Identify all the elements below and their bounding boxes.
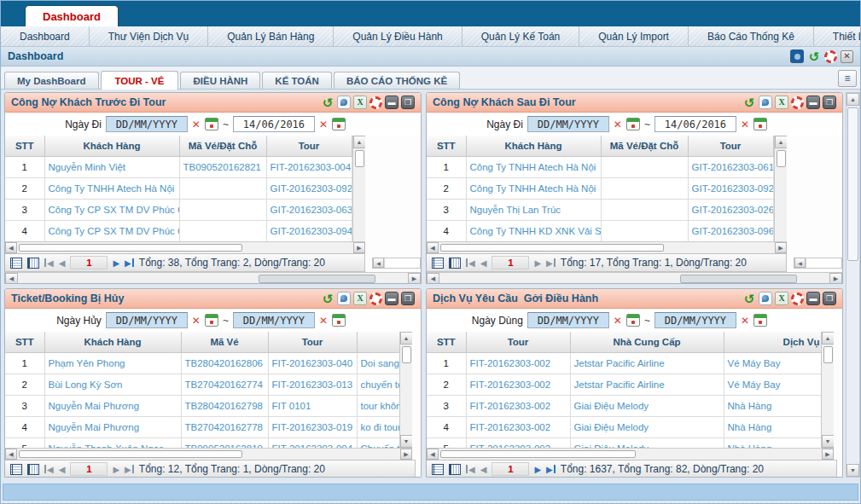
help-icon[interactable] bbox=[824, 50, 837, 63]
data-cell[interactable]: ko đi tour bbox=[357, 416, 399, 437]
prev-page-button[interactable]: ◀ bbox=[59, 258, 66, 268]
table-row[interactable]: 3FIT-20162303-002Giai Điệu MelodyNhà Hàn… bbox=[427, 395, 821, 416]
maximize-button[interactable]: ❒ bbox=[401, 292, 415, 305]
scroll-left-icon[interactable]: ◀ bbox=[5, 242, 17, 253]
last-page-button[interactable]: ▶ bbox=[125, 258, 134, 268]
data-cell[interactable]: Nhà Hàng bbox=[724, 437, 821, 448]
column-header[interactable]: Tour bbox=[466, 332, 570, 352]
scrollbar-track[interactable] bbox=[384, 258, 420, 268]
clear-date-icon[interactable]: ✕ bbox=[192, 315, 201, 327]
grid-columns-icon[interactable] bbox=[27, 258, 39, 269]
data-cell[interactable]: Nguyễn Thanh Xuân Ngọc bbox=[44, 437, 181, 448]
data-cell[interactable]: FIT-20162303-002 bbox=[466, 395, 570, 416]
table-row[interactable]: 1Nguyễn Minh ViệtTB090520162821FIT-20162… bbox=[5, 156, 352, 177]
data-cell[interactable]: Nguyễn Minh Việt bbox=[44, 156, 179, 177]
prev-page-button[interactable]: ◀ bbox=[480, 465, 487, 474]
last-page-button[interactable]: ▶ bbox=[125, 465, 134, 474]
view-icon[interactable] bbox=[337, 96, 351, 109]
current-page[interactable]: 1 bbox=[70, 256, 108, 269]
tab-bao-cao-thong-ke[interactable]: BÁO CÁO THỐNG KÊ bbox=[334, 72, 460, 89]
refresh-icon[interactable]: ↺ bbox=[321, 292, 335, 305]
column-header[interactable]: Tour bbox=[266, 136, 352, 156]
data-cell[interactable]: FIT-20162303-040 bbox=[268, 352, 357, 374]
panel-horizontal-scrollbar[interactable]: ◀ ▶ bbox=[5, 272, 421, 284]
date-to-input[interactable] bbox=[233, 312, 315, 328]
column-header[interactable]: Khách Hàng bbox=[466, 136, 601, 156]
minimize-button[interactable]: ▬ bbox=[806, 292, 820, 305]
data-cell[interactable]: Jetstar Pacific Airline bbox=[570, 374, 724, 395]
calendar-icon[interactable] bbox=[332, 314, 346, 327]
first-page-button[interactable]: ◀ bbox=[44, 258, 54, 268]
data-cell[interactable]: Chuyến tou bbox=[357, 437, 399, 448]
scroll-right-icon[interactable]: ▶ bbox=[400, 449, 412, 460]
scroll-up-icon[interactable]: ▲ bbox=[846, 93, 859, 106]
data-cell[interactable]: TB090520162819 bbox=[181, 437, 268, 448]
table-row[interactable]: 2Bùi Long Kỳ SơnTB270420162774FIT-201623… bbox=[5, 374, 399, 395]
data-cell[interactable]: FIT-20162303-019 bbox=[268, 416, 357, 437]
clear-date-icon[interactable]: ✕ bbox=[319, 119, 328, 130]
table-row[interactable]: 2FIT-20162303-002Jetstar Pacific Airline… bbox=[427, 374, 821, 395]
column-header[interactable]: STT bbox=[5, 332, 44, 352]
table-row[interactable]: 4FIT-20162303-002Giai Điệu MelodyNhà Hàn… bbox=[427, 416, 821, 437]
clear-date-icon[interactable]: ✕ bbox=[614, 315, 622, 327]
scroll-left-icon[interactable]: ◀ bbox=[427, 449, 439, 460]
grid-columns-icon[interactable] bbox=[449, 258, 461, 269]
table-row[interactable]: 5Nguyễn Thanh Xuân NgọcTB090520162819FIT… bbox=[5, 437, 399, 448]
scroll-left-icon[interactable]: ◀ bbox=[427, 273, 439, 284]
clear-date-icon[interactable]: ✕ bbox=[614, 119, 622, 130]
excel-export-icon[interactable]: X bbox=[353, 96, 367, 109]
tab-ke-toan[interactable]: KẾ TOÁN bbox=[262, 72, 332, 89]
help-icon[interactable] bbox=[791, 96, 804, 109]
data-cell[interactable]: Vé Máy Bay bbox=[724, 352, 821, 374]
table-row[interactable]: 3Công Ty CP SX TM DV Phúc CuGIT-20162303… bbox=[5, 199, 352, 220]
grid-rows-icon[interactable] bbox=[432, 258, 444, 269]
close-button[interactable]: ✕ bbox=[841, 50, 853, 63]
grid-rows-icon[interactable] bbox=[10, 464, 22, 475]
last-page-button[interactable]: ▶ bbox=[546, 465, 556, 474]
date-to-input[interactable] bbox=[654, 312, 736, 328]
table-row[interactable]: 3Nguyễn Mai PhươngTB280420162798FIT 0101… bbox=[5, 395, 399, 416]
current-page[interactable]: 1 bbox=[492, 256, 529, 269]
column-header[interactable]: STT bbox=[427, 332, 466, 352]
vertical-scrollbar[interactable]: ▲ ▼ bbox=[821, 332, 834, 448]
menu-item-quan-ly-ban-hang[interactable]: Quản Lý Bán Hàng bbox=[208, 26, 334, 46]
data-cell[interactable]: FIT-20162303-013 bbox=[268, 374, 357, 395]
scrollbar-track[interactable] bbox=[806, 258, 841, 268]
tab-dieu-hanh[interactable]: ĐIỀU HÀNH bbox=[180, 72, 260, 89]
view-icon[interactable] bbox=[759, 292, 772, 305]
data-cell[interactable]: Vé Máy Bay bbox=[724, 374, 821, 395]
minimize-button[interactable]: ▬ bbox=[806, 96, 820, 109]
vertical-scrollbar[interactable]: ▲ ▼ bbox=[399, 332, 412, 448]
table-row[interactable]: 1Phạm Yên PhongTB280420162806FIT-2016230… bbox=[5, 352, 399, 374]
table-row[interactable]: 1FIT-20162303-002Jetstar Pacific Airline… bbox=[427, 352, 821, 374]
date-to-input[interactable] bbox=[233, 116, 315, 132]
excel-export-icon[interactable]: X bbox=[775, 96, 788, 109]
horizontal-scrollbar[interactable]: ◀ ▶ bbox=[427, 241, 787, 253]
data-cell[interactable]: FIT 0101 bbox=[268, 395, 357, 416]
scroll-right-icon[interactable]: ▶ bbox=[822, 449, 834, 460]
data-cell[interactable]: Nhà Hàng bbox=[724, 395, 821, 416]
scroll-left-icon[interactable]: ◀ bbox=[373, 258, 384, 268]
column-header[interactable]: Khách Hàng bbox=[44, 136, 179, 156]
minimize-button[interactable]: ▬ bbox=[385, 96, 399, 109]
horizontal-scrollbar[interactable]: ◀ ▶ bbox=[5, 448, 412, 460]
menu-item-bao-cao-thong-ke[interactable]: Báo Cáo Thống Kê bbox=[689, 26, 814, 46]
column-header[interactable]: Mã Vé bbox=[181, 332, 268, 352]
table-row[interactable]: 3Nguyễn Thị Lan TrúcGIT-20162303-026 bbox=[427, 199, 773, 220]
maximize-button[interactable]: ❒ bbox=[401, 96, 415, 109]
column-header[interactable]: Tour bbox=[688, 136, 773, 156]
calendar-icon[interactable] bbox=[332, 118, 346, 130]
table-row[interactable]: 5FIT-20162303-002Giai Điệu MelodyNhà Hàn… bbox=[427, 437, 821, 448]
scrollbar-thumb[interactable] bbox=[19, 450, 242, 458]
scroll-right-icon[interactable]: ▶ bbox=[353, 242, 365, 253]
refresh-icon[interactable]: ↺ bbox=[742, 96, 756, 109]
scroll-left-icon[interactable]: ◀ bbox=[794, 258, 806, 268]
column-header[interactable]: Lý bbox=[357, 332, 399, 352]
first-page-button[interactable]: ◀ bbox=[466, 465, 475, 474]
refresh-icon[interactable]: ↺ bbox=[742, 292, 756, 305]
data-cell[interactable]: tour không bbox=[357, 395, 399, 416]
data-cell[interactable]: GIT-20162303-063 bbox=[266, 199, 352, 220]
last-page-button[interactable]: ▶ bbox=[546, 258, 556, 268]
minimize-button[interactable]: ▬ bbox=[385, 292, 399, 305]
prev-page-button[interactable]: ◀ bbox=[480, 258, 487, 268]
